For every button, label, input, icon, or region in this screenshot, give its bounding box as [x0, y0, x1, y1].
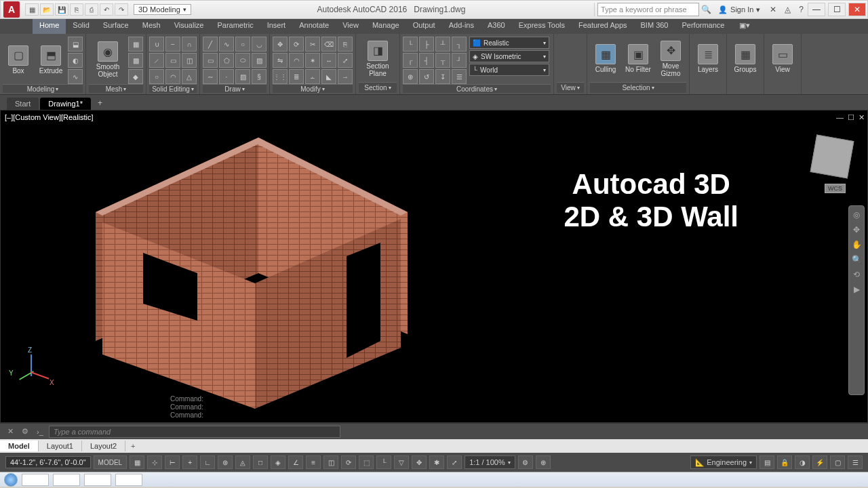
- annotation-visibility-icon[interactable]: ✱: [429, 455, 444, 469]
- polygon-icon[interactable]: ⬠: [219, 53, 234, 68]
- rotate-icon[interactable]: ⟳: [289, 37, 304, 52]
- imprint-icon[interactable]: ◫: [182, 53, 197, 68]
- ucs-icon-5[interactable]: ┌: [403, 53, 418, 68]
- search-icon[interactable]: 🔍: [699, 5, 713, 14]
- smooth-button[interactable]: ◉Smooth Object: [89, 35, 127, 84]
- layout-tab-layout2[interactable]: Layout2: [82, 441, 125, 451]
- qat-undo-icon[interactable]: ↶: [100, 3, 113, 16]
- command-input[interactable]: Type a command: [49, 426, 340, 438]
- quick-properties-icon[interactable]: ▤: [760, 455, 774, 469]
- panel-selection-title[interactable]: Selection: [590, 82, 686, 93]
- start-orb-icon[interactable]: [4, 473, 18, 487]
- tab-visualize[interactable]: Visualize: [167, 19, 211, 34]
- ucs-icon-4[interactable]: ┐: [452, 37, 467, 52]
- ellipse-icon[interactable]: ⬭: [235, 53, 250, 68]
- qat-saveas-icon[interactable]: ⎘: [70, 3, 83, 16]
- tab-parametric[interactable]: Parametric: [210, 19, 260, 34]
- extrude-button[interactable]: ⬒Extrude: [35, 35, 66, 84]
- fillet-edge-icon[interactable]: ◠: [165, 69, 180, 84]
- fillet-icon[interactable]: ◠: [289, 53, 304, 68]
- panel-coordinates-title[interactable]: Coordinates: [403, 84, 551, 93]
- ucs-icon-6[interactable]: ┤: [419, 53, 434, 68]
- subtract-icon[interactable]: −: [165, 37, 180, 52]
- offset-icon[interactable]: ≣: [289, 69, 304, 84]
- signin-button[interactable]: 👤 Sign In ▾: [718, 5, 760, 14]
- file-tab-add-button[interactable]: +: [92, 96, 108, 110]
- vp-close-icon[interactable]: ✕: [859, 113, 865, 122]
- zoom-icon[interactable]: 🔍: [852, 255, 862, 264]
- panel-view-title[interactable]: View: [557, 82, 584, 93]
- mesh-less-icon[interactable]: ▩: [128, 53, 143, 68]
- shell-icon[interactable]: ○: [149, 69, 164, 84]
- copy-icon[interactable]: ⎘: [338, 37, 353, 52]
- panel-draw-title[interactable]: Draw: [203, 84, 267, 93]
- ucs-named-icon[interactable]: ☰: [452, 69, 467, 84]
- tab-bim360[interactable]: BIM 360: [634, 19, 675, 34]
- mesh-more-icon[interactable]: ▦: [128, 37, 143, 52]
- otrack-icon[interactable]: ∠: [288, 455, 303, 469]
- layout-tab-layout1[interactable]: Layout1: [39, 441, 82, 451]
- fullnav-icon[interactable]: ◎: [853, 210, 860, 220]
- thicken-icon[interactable]: ▭: [165, 53, 180, 68]
- taskbar-item[interactable]: [84, 474, 111, 486]
- visual-style-dropdown[interactable]: 🟦 Realistic: [469, 37, 549, 49]
- coordinates-readout[interactable]: 44'-1.2", 6'-7.6", 0'-0.0": [5, 456, 91, 468]
- taper-icon[interactable]: △: [182, 69, 197, 84]
- clean-screen-icon[interactable]: ▢: [830, 455, 845, 469]
- layers-button[interactable]: ≣Layers: [692, 35, 724, 82]
- 3d-object-snap-icon[interactable]: ⬚: [359, 455, 374, 469]
- cmd-close-icon[interactable]: ✕: [4, 426, 16, 438]
- customize-icon[interactable]: ☰: [848, 455, 863, 469]
- dynamic-ucs-icon[interactable]: └: [376, 455, 391, 469]
- tab-performance[interactable]: Performance: [675, 19, 731, 34]
- gizmo-toggle-icon[interactable]: ✥: [412, 455, 427, 469]
- circle-icon[interactable]: ○: [235, 37, 250, 52]
- dynamic-input-icon[interactable]: +: [182, 455, 197, 469]
- viewport[interactable]: [–][Custom View][Realistic] — ☐ ✕ WCS ◎ …: [0, 110, 868, 423]
- tab-output[interactable]: Output: [406, 19, 442, 34]
- panel-modify-title[interactable]: Modify: [273, 84, 353, 93]
- ucs-dropdown[interactable]: └ World: [469, 64, 549, 76]
- ucs-icon-2[interactable]: ├: [419, 37, 434, 52]
- layout-tab-add-button[interactable]: +: [125, 441, 140, 451]
- cmd-recent-icon[interactable]: ⚙: [19, 426, 31, 438]
- workspace-dropdown[interactable]: 3D Modeling: [134, 4, 191, 15]
- selection-cycling-icon[interactable]: ⟳: [341, 455, 356, 469]
- chamfer-icon[interactable]: ◣: [321, 69, 336, 84]
- infer-toggle-icon[interactable]: ⊢: [165, 455, 180, 469]
- ucs-prev-icon[interactable]: ↺: [419, 69, 434, 84]
- polyline-icon[interactable]: ∿: [219, 37, 234, 52]
- annotation-monitor-icon[interactable]: ⊕: [536, 455, 551, 469]
- tab-view[interactable]: View: [336, 19, 366, 34]
- mirror-icon[interactable]: ⇋: [273, 53, 288, 68]
- arc-icon[interactable]: ◡: [252, 37, 267, 52]
- presspull-icon[interactable]: ⬓: [68, 37, 83, 52]
- model-toggle[interactable]: MODEL: [94, 455, 127, 469]
- tab-a360[interactable]: A360: [481, 19, 512, 34]
- intersect-icon[interactable]: ∩: [182, 37, 197, 52]
- nofilter-button[interactable]: ▣No Filter: [623, 35, 654, 82]
- exchange-icon[interactable]: ✕: [770, 5, 776, 14]
- tab-addins[interactable]: Add-ins: [442, 19, 481, 34]
- section-plane-button[interactable]: ◨Section Plane: [359, 35, 397, 82]
- tab-insert[interactable]: Insert: [260, 19, 293, 34]
- move-icon[interactable]: ✥: [273, 37, 288, 52]
- region-icon[interactable]: ▧: [235, 69, 250, 84]
- steering-icon[interactable]: ✥: [853, 225, 860, 235]
- erase-icon[interactable]: ⌫: [321, 37, 336, 52]
- vp-minimize-icon[interactable]: —: [836, 113, 844, 122]
- search-input[interactable]: Type a keyword or phrase: [597, 3, 699, 16]
- tab-annotate[interactable]: Annotate: [292, 19, 336, 34]
- minimize-button[interactable]: —: [808, 3, 825, 16]
- groups-button[interactable]: ▦Groups: [730, 35, 761, 82]
- hatch-icon[interactable]: ▨: [252, 53, 267, 68]
- tab-surface[interactable]: Surface: [96, 19, 136, 34]
- workspace-switch-icon[interactable]: ⚙: [518, 455, 533, 469]
- panel-mesh-title[interactable]: Mesh: [89, 84, 143, 93]
- selection-filter-icon[interactable]: ▽: [394, 455, 409, 469]
- ucs-icon-8[interactable]: ┘: [452, 53, 467, 68]
- ortho-toggle-icon[interactable]: ∟: [200, 455, 215, 469]
- osnap-toggle-icon[interactable]: □: [253, 455, 268, 469]
- qat-new-icon[interactable]: ▦: [25, 3, 39, 16]
- tab-express[interactable]: Express Tools: [512, 19, 572, 34]
